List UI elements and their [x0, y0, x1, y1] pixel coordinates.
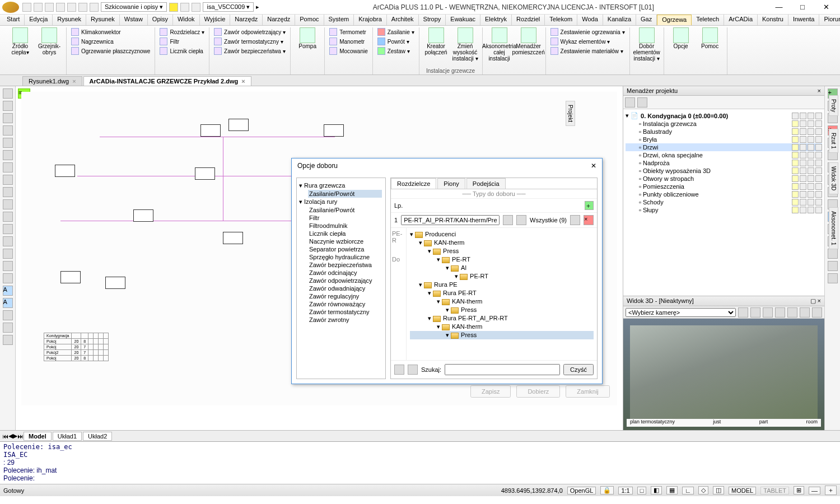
pm-item[interactable]: ▫ Obiekty wyposażenia 3D [626, 167, 822, 175]
text-a2-icon[interactable]: A [3, 298, 13, 308]
heat-source-button[interactable]: Źródło ciepła▾ [7, 27, 34, 55]
pm-item[interactable]: ▫ Nadproża [626, 159, 822, 167]
status-ico2-icon[interactable]: ◧ [651, 486, 662, 494]
cat-item[interactable]: Zasilanie/Powrót [308, 206, 382, 214]
measure-tool-icon[interactable] [3, 310, 13, 320]
search-input[interactable] [445, 364, 560, 375]
dialog-tab[interactable]: Piony [437, 178, 465, 189]
pm-item[interactable]: ▫ Bryła [626, 136, 822, 143]
arc-tool-icon[interactable] [3, 113, 13, 123]
menu-rysunek[interactable]: Rysunek [53, 15, 86, 25]
qat-bulb-icon[interactable] [169, 3, 178, 12]
side-handle-rzut[interactable]: Rzut 1 [829, 129, 838, 153]
menu-edycja[interactable]: Edycja [25, 15, 53, 25]
v3d-tool7-icon[interactable] [812, 307, 822, 318]
search-opt2-icon[interactable] [408, 365, 418, 375]
pm-item[interactable]: ▫ Pomieszczenia [626, 183, 822, 190]
cat-item[interactable]: Zawór termostatyczny [308, 308, 382, 316]
select-button[interactable]: Dobierz [516, 385, 560, 398]
solid-tool-icon[interactable] [3, 249, 13, 259]
pump-button[interactable]: Pompa [294, 27, 321, 49]
layout-tab[interactable]: Układ1 [53, 432, 82, 441]
tab-close-icon[interactable]: × [72, 78, 76, 85]
status-model-button[interactable]: MODEL [729, 487, 756, 494]
surface-heating-button[interactable]: Ogrzewanie płaszczyznowe [70, 46, 151, 55]
side-handle-aksonomet[interactable]: Aksonomet. 1 [829, 207, 838, 249]
dialog-tab[interactable]: Podejścia [466, 178, 506, 189]
cat-item[interactable]: Licznik ciepła [308, 230, 382, 237]
menu-teletech[interactable]: Teletech [692, 15, 724, 25]
room-manager-button[interactable]: Menadżer pomieszczeń [515, 27, 542, 62]
status-ico9-icon[interactable]: ＋ [825, 486, 837, 495]
qat-redo-icon[interactable] [78, 3, 87, 12]
qat-open-icon[interactable] [34, 3, 43, 12]
block-tool-icon[interactable] [3, 224, 13, 234]
region-tool-icon[interactable] [3, 273, 13, 283]
tree-node[interactable]: ▾ PE-RT [410, 272, 594, 281]
options-button[interactable]: Opcje [668, 27, 694, 49]
menu-stropy[interactable]: Stropy [419, 15, 446, 25]
maximize-button[interactable]: □ [791, 1, 814, 13]
cat-item[interactable]: Sprzęgło hydrauliczne [308, 253, 382, 261]
add-type-icon[interactable]: ＋ [585, 201, 594, 210]
dialog-category-list[interactable]: Rura grzewcza Zasilanie/Powrót Izolacja … [296, 178, 386, 379]
menu-inwenta[interactable]: Inwenta [788, 15, 820, 25]
status-ico7-icon[interactable]: ⊞ [794, 486, 804, 494]
row-ico3-icon[interactable] [570, 215, 580, 225]
rect-tool-icon[interactable] [3, 199, 13, 209]
tree-node[interactable]: ▾ KAN-therm [410, 239, 594, 247]
cat-item[interactable]: Zawór regulacyjny [308, 292, 382, 300]
pm-tool2-icon[interactable] [637, 97, 647, 108]
menu-pioruno[interactable]: Pioruno [819, 15, 840, 25]
qat-new-icon[interactable] [22, 3, 31, 12]
pm-item[interactable]: ▫ Punkty obliczeniowe [626, 190, 822, 198]
trace-tool-icon[interactable] [3, 261, 13, 271]
tree-node[interactable]: ▾ KAN-therm [410, 297, 594, 306]
pm-close-icon[interactable]: × [818, 87, 821, 94]
v3d-tool1-icon[interactable] [738, 307, 748, 318]
tree-node[interactable]: ▾ Al [410, 264, 594, 272]
change-height-button[interactable]: Zmień wysokość instalacji ▾ [452, 27, 479, 62]
manifold-button[interactable]: Rozdzielacz ▾ [158, 27, 206, 36]
row-ico2-icon[interactable] [516, 215, 526, 225]
menu-ogrzewa[interactable]: Ogrzewa [657, 15, 692, 25]
menu-ewakuac[interactable]: Ewakuac [446, 15, 480, 25]
status-scale-button[interactable]: 1:1 [618, 487, 632, 494]
pm-item[interactable]: ▫ Balustrady [626, 128, 822, 136]
tab-close-icon[interactable]: × [241, 78, 245, 85]
cat-item[interactable]: Zawór odpowietrzający [308, 277, 382, 284]
qat-sun-icon[interactable] [180, 3, 189, 12]
cat-item[interactable]: Zawór równoważący [308, 300, 382, 308]
doc-tab[interactable]: ArCADia-INSTALACJE GRZEWCZE Przykład 2.d… [83, 76, 251, 86]
side-handle-projekt[interactable]: Projekt [566, 101, 575, 126]
connection-wizard-button[interactable]: Kreator połączeń [423, 27, 450, 62]
clear-button[interactable]: Czyść [563, 364, 594, 375]
menu-system[interactable]: System [324, 15, 354, 25]
safety-valve-button[interactable]: Zawór bezpieczeństwa ▾ [213, 46, 287, 55]
supply-button[interactable]: Zasilanie ▾ [376, 27, 416, 36]
layout-tab[interactable]: Układ2 [83, 432, 112, 441]
producer-tree[interactable]: ▾ Producenci▾ KAN-therm▾ Press▾ PE-RT▾ A… [407, 228, 597, 360]
menu-rysunek[interactable]: Rysunek [86, 15, 120, 25]
heat-meter-button[interactable]: Licznik ciepła [158, 46, 206, 55]
menu-telekom[interactable]: Telekom [545, 15, 577, 25]
pan-tool-icon[interactable] [3, 323, 13, 333]
cat-rura-grzewcza[interactable]: Rura grzewcza [298, 181, 382, 190]
cat-item[interactable]: Zawór odcinający [308, 269, 382, 277]
status-ico6-icon[interactable]: ◫ [713, 486, 724, 494]
menu-konstru[interactable]: Konstru [758, 15, 788, 25]
menu-narzędz[interactable]: Narzędz [230, 15, 263, 25]
axonometry-button[interactable]: Aksonometria całej instalacji [486, 27, 513, 62]
pm-tool1-icon[interactable] [625, 97, 635, 108]
menu-arcadia[interactable]: ArCADia [724, 15, 758, 25]
manometer-button[interactable]: Manometr [328, 37, 369, 46]
close-dialog-button[interactable]: Zamknij [566, 385, 610, 398]
menu-narzędz[interactable]: Narzędz [263, 15, 295, 25]
pm-item[interactable]: ▫ Otwory w stropach [626, 175, 822, 183]
v3d-tool3-icon[interactable] [763, 307, 773, 318]
qat-undo-icon[interactable] [67, 3, 76, 12]
tree-node[interactable]: ▾ Press [410, 331, 594, 339]
v3d-tool4-icon[interactable] [775, 307, 785, 318]
menu-woda[interactable]: Woda [577, 15, 603, 25]
rt-tool14-icon[interactable] [828, 273, 838, 283]
